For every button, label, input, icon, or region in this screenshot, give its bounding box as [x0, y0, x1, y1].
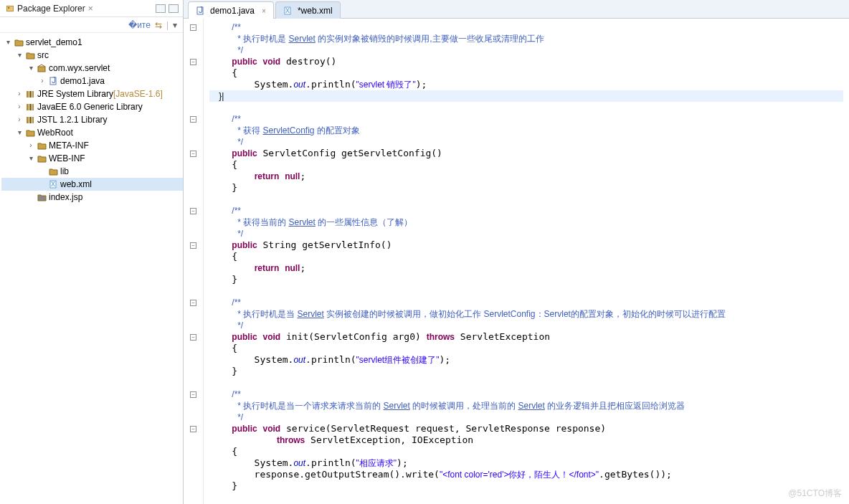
fold-toggle-icon[interactable]: −	[190, 426, 196, 432]
gutter-cell[interactable]: −	[184, 56, 203, 67]
gutter-cell[interactable]	[184, 171, 203, 182]
gutter-cell[interactable]	[184, 492, 203, 503]
gutter-cell[interactable]	[184, 320, 203, 331]
fold-toggle-icon[interactable]: −	[190, 242, 196, 249]
gutter-cell[interactable]	[184, 125, 203, 136]
fold-toggle-icon[interactable]: −	[190, 300, 196, 306]
gutter-cell[interactable]	[184, 469, 203, 480]
tree-item-meta-inf[interactable]: ›META-INF	[1, 139, 183, 152]
gutter-cell[interactable]	[184, 434, 203, 446]
gutter-cell[interactable]	[184, 217, 203, 228]
gutter-cell[interactable]	[184, 285, 203, 297]
twisty-icon[interactable]: ▾	[3, 36, 13, 49]
fold-toggle-icon[interactable]: −	[190, 334, 196, 341]
tree-item-javaee-6-0-generic-library[interactable]: ›JavaEE 6.0 Generic Library	[1, 100, 183, 113]
gutter-cell[interactable]	[184, 400, 203, 412]
gutter-cell[interactable]	[184, 446, 203, 457]
twisty-icon[interactable]: ›	[26, 139, 36, 152]
tree-item-label: index.jsp	[49, 191, 82, 204]
twisty-icon[interactable]: ›	[37, 75, 47, 87]
gutter-cell[interactable]: −	[184, 113, 203, 125]
fold-toggle-icon[interactable]: −	[190, 59, 196, 65]
java-file-icon: J	[194, 5, 206, 16]
twisty-icon[interactable]: ▾	[14, 49, 24, 62]
gutter-cell[interactable]	[184, 366, 203, 377]
fold-toggle-icon[interactable]: −	[190, 24, 196, 31]
gutter-cell[interactable]: −	[184, 297, 203, 308]
gutter-cell[interactable]	[184, 44, 203, 56]
gutter-cell[interactable]	[184, 228, 203, 239]
editor-tab-demo1-java[interactable]: Jdemo1.java×	[188, 1, 274, 19]
gutter-cell[interactable]	[184, 136, 203, 148]
gutter-cell[interactable]: −	[184, 389, 203, 400]
minimize-view-icon[interactable]	[156, 4, 166, 13]
twisty-icon[interactable]: ▾	[26, 62, 36, 75]
tree-item-label: demo1.java	[60, 75, 105, 87]
editor-tab--web-xml[interactable]: x*web.xml	[275, 1, 341, 19]
fold-toggle-icon[interactable]: −	[190, 208, 196, 214]
tree-item-webroot[interactable]: ▾WebRoot	[1, 126, 183, 139]
gutter-cell[interactable]	[184, 274, 203, 285]
gutter-cell[interactable]: −	[184, 239, 203, 251]
gutter-cell[interactable]	[184, 457, 203, 469]
twisty-icon[interactable]: ›	[14, 87, 24, 100]
svg-rect-1	[8, 6, 9, 8]
gutter-cell[interactable]	[184, 33, 203, 44]
svg-rect-8	[27, 104, 29, 110]
tree-item-jstl-1-2-1-library[interactable]: ›JSTL 1.2.1 Library	[1, 113, 183, 126]
tree-item-label: META-INF	[49, 139, 89, 152]
tree-item-web-xml[interactable]: xweb.xml	[1, 178, 183, 191]
tree-item-src[interactable]: ▾src	[1, 49, 183, 62]
gutter-cell[interactable]	[184, 102, 203, 113]
twisty-icon[interactable]: ›	[14, 100, 24, 113]
project-tree[interactable]: ▾servlet_demo1▾src▾com.wyx.servlet›Jdemo…	[0, 33, 183, 504]
gutter-cell[interactable]	[184, 308, 203, 320]
view-menu-icon[interactable]: ▾	[173, 20, 177, 30]
gutter[interactable]: −−−−−−−−−−	[184, 19, 204, 504]
fold-toggle-icon[interactable]: −	[190, 116, 196, 123]
web-folder-icon	[24, 127, 36, 138]
gutter-cell[interactable]	[184, 67, 203, 79]
gutter-cell[interactable]	[184, 251, 203, 262]
twisty-icon[interactable]: ▾	[26, 152, 36, 165]
gutter-cell[interactable]	[184, 377, 203, 389]
tree-item-lib[interactable]: lib	[1, 165, 183, 178]
editor-tabs: Jdemo1.java×x*web.xml	[184, 0, 849, 19]
maximize-view-icon[interactable]	[169, 4, 179, 13]
gutter-cell[interactable]	[184, 412, 203, 423]
gutter-cell[interactable]	[184, 159, 203, 171]
gutter-cell[interactable]	[184, 79, 203, 90]
gutter-cell[interactable]	[184, 182, 203, 194]
tree-item-servlet-demo1[interactable]: ▾servlet_demo1	[1, 36, 183, 49]
tree-item-index-jsp[interactable]: index.jsp	[1, 191, 183, 204]
tree-item-web-inf[interactable]: ▾WEB-INF	[1, 152, 183, 165]
gutter-cell[interactable]: −	[184, 205, 203, 217]
tree-item-com-wyx-servlet[interactable]: ▾com.wyx.servlet	[1, 62, 183, 75]
tree-item-jre-system-library[interactable]: ›JRE System Library [JavaSE-1.6]	[1, 87, 183, 100]
gutter-cell[interactable]	[184, 480, 203, 492]
fold-toggle-icon[interactable]: −	[190, 391, 196, 398]
svg-rect-9	[29, 104, 32, 110]
gutter-cell[interactable]	[184, 343, 203, 354]
twisty-icon[interactable]: ›	[14, 113, 24, 126]
gutter-cell[interactable]	[184, 194, 203, 205]
twisty-icon[interactable]: ▾	[14, 126, 24, 139]
code-editor[interactable]: −−−−−−−−−− /** * 执行时机是 Servlet 的实例对象被销毁的…	[184, 19, 849, 504]
collapse-all-icon[interactable]: �ите	[128, 20, 151, 30]
gutter-cell[interactable]: −	[184, 331, 203, 343]
gutter-cell[interactable]	[184, 354, 203, 366]
gutter-cell[interactable]	[184, 262, 203, 274]
link-editor-icon[interactable]: ⇆	[155, 20, 162, 30]
gutter-cell[interactable]	[184, 90, 203, 102]
svg-text:J: J	[52, 76, 56, 85]
editor-tab-label: demo1.java	[210, 6, 255, 16]
gutter-cell[interactable]: −	[184, 148, 203, 159]
gutter-cell[interactable]: −	[184, 423, 203, 434]
tree-item-demo1-java[interactable]: ›Jdemo1.java	[1, 75, 183, 87]
close-tab-icon[interactable]: ×	[262, 7, 266, 15]
gutter-cell[interactable]: −	[184, 22, 203, 33]
close-view-icon[interactable]: ×	[88, 4, 93, 14]
fold-toggle-icon[interactable]: −	[190, 151, 196, 157]
folder-icon	[36, 140, 47, 151]
source-code[interactable]: /** * 执行时机是 Servlet 的实例对象被销毁的时候调用,主要做一些收…	[204, 19, 849, 504]
